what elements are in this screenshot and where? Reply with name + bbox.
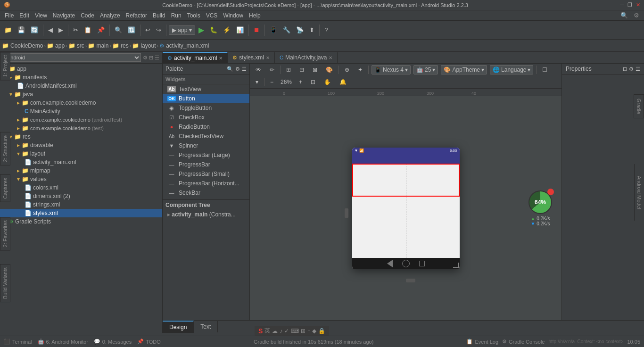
settings-icon[interactable]: ⚙ bbox=[631, 11, 642, 20]
palette-textview[interactable]: Ab TextView bbox=[163, 84, 249, 94]
ime-grid[interactable]: ⊞ bbox=[301, 328, 305, 334]
run-btn[interactable]: ▶ bbox=[196, 24, 206, 36]
ime-cloud[interactable]: ☁ bbox=[272, 328, 278, 334]
palette-button[interactable]: OK Button bbox=[163, 94, 249, 103]
menu-view[interactable]: View bbox=[32, 11, 50, 20]
palette-checkbox[interactable]: ☑ CheckBox bbox=[163, 113, 249, 122]
palette-gear-icon[interactable]: ⚙ bbox=[235, 66, 240, 72]
run-config-dropdown[interactable]: ▶ app ▾ bbox=[169, 25, 195, 35]
close-btn[interactable]: ✕ bbox=[636, 2, 640, 8]
upload-btn[interactable]: ⬆ bbox=[307, 25, 317, 35]
toolbar-sync[interactable]: 💾 bbox=[15, 25, 27, 35]
nav-main[interactable]: 📁 main bbox=[88, 42, 108, 49]
palette-progressbar-horiz[interactable]: — ProgressBar (Horizont... bbox=[163, 179, 249, 188]
menu-vcs[interactable]: VCS bbox=[203, 11, 221, 20]
eye-btn[interactable]: 👁 bbox=[253, 65, 264, 74]
palette-seekbar[interactable]: — SeekBar bbox=[163, 188, 249, 198]
coverage-btn[interactable]: ⚡ bbox=[221, 25, 233, 35]
menu-code[interactable]: Code bbox=[78, 11, 97, 20]
tab-activity-main[interactable]: ⚙ activity_main.xml ✕ bbox=[163, 52, 228, 63]
tree-item-res[interactable]: ▾ 📁 res bbox=[0, 132, 162, 141]
language-dropdown[interactable]: 🌐 Language ▾ bbox=[490, 65, 533, 74]
event-log-status[interactable]: 📋 Event Log bbox=[466, 339, 498, 345]
search-icon[interactable]: 🔍 bbox=[618, 11, 631, 20]
palette-togglebutton[interactable]: ◉ ToggleButton bbox=[163, 103, 249, 113]
help-btn[interactable]: ? bbox=[322, 25, 330, 35]
tab-close-mainactivity[interactable]: ✕ bbox=[329, 55, 332, 60]
device-dropdown[interactable]: 📱 Nexus 4 ▾ bbox=[372, 65, 411, 74]
project-tab[interactable]: 1: Project bbox=[0, 52, 10, 80]
theme-dropdown[interactable]: 🎨 AppTheme ▾ bbox=[441, 65, 487, 74]
orientation-btn[interactable]: ☐ bbox=[539, 65, 550, 74]
avd-btn[interactable]: 📱 bbox=[267, 25, 280, 35]
toolbar-redo[interactable]: ↪ bbox=[154, 25, 164, 35]
zoom-in-btn[interactable]: + bbox=[296, 77, 305, 87]
menu-run[interactable]: Run bbox=[168, 11, 184, 20]
maximize-btn[interactable]: ❐ bbox=[627, 2, 632, 8]
tree-item-mipmap[interactable]: ▸ 📁 mipmap bbox=[0, 166, 162, 175]
menu-analyze[interactable]: Analyze bbox=[97, 11, 123, 20]
minimize-btn[interactable]: ─ bbox=[620, 2, 624, 8]
tab-close-styles[interactable]: ✕ bbox=[266, 55, 270, 60]
collapse-icon[interactable]: ⊟ bbox=[149, 55, 153, 61]
toolbar-back[interactable]: ◀ bbox=[46, 25, 55, 35]
tab-styles[interactable]: ⚙ styles.xml ✕ bbox=[228, 52, 275, 63]
resize-handle-left[interactable] bbox=[345, 208, 348, 218]
tree-item-java[interactable]: ▾ 📁 java bbox=[0, 90, 162, 99]
tree-item-drawable[interactable]: ▸ 📁 drawable bbox=[0, 141, 162, 149]
tab-design[interactable]: Design bbox=[163, 321, 194, 333]
component-activity-main[interactable]: ▸ activity_main (Constra... bbox=[165, 210, 247, 219]
palette-search-icon[interactable]: 🔍 bbox=[227, 66, 233, 72]
menu-help[interactable]: Help bbox=[246, 11, 264, 20]
tree-item-app[interactable]: ▾ 📁 app bbox=[0, 65, 162, 73]
messages-status[interactable]: 💬 0: Messages bbox=[94, 339, 132, 345]
toolbar-undo[interactable]: ↩ bbox=[143, 25, 153, 35]
tab-text[interactable]: Text bbox=[194, 321, 218, 332]
menu-edit[interactable]: Edit bbox=[17, 11, 32, 20]
tree-item-styles[interactable]: 📄 styles.xml bbox=[0, 209, 162, 217]
toolbar-copy[interactable]: 📋 bbox=[82, 25, 94, 35]
design-canvas-wrapper[interactable]: ▼ 📶 6:00 bbox=[250, 96, 561, 320]
pen-btn[interactable]: ✏ bbox=[267, 65, 277, 74]
nav-activity-main[interactable]: ⚙ activity_main.xml bbox=[159, 42, 209, 49]
sdk-btn[interactable]: 🔧 bbox=[281, 25, 293, 35]
stop-btn[interactable]: ⏹ bbox=[251, 25, 262, 35]
nav-src[interactable]: 📁 src bbox=[68, 42, 84, 49]
menu-refactor[interactable]: Refactor bbox=[123, 11, 150, 20]
menu-window[interactable]: Window bbox=[220, 11, 246, 20]
nav-app[interactable]: 📁 app bbox=[47, 42, 65, 49]
tree-item-package[interactable]: ▸ 📁 com.example.cookiedemo bbox=[0, 99, 162, 107]
tree-item-androidmanifest[interactable]: 📄 AndroidManifest.xml bbox=[0, 82, 162, 90]
toolbar-refresh[interactable]: 🔄 bbox=[28, 25, 41, 35]
resize-handle-corner[interactable] bbox=[453, 263, 459, 268]
android-monitor-status[interactable]: 🤖 6: Android Monitor bbox=[38, 339, 88, 345]
tree-item-unit-test[interactable]: ▸ 📁 com.example.cookiedemo (test) bbox=[0, 124, 162, 132]
props-expand-icon[interactable]: ⊡ bbox=[623, 66, 627, 72]
tab-mainactivity[interactable]: C MainActivity.java ✕ bbox=[275, 52, 338, 63]
props-gear-icon[interactable]: ⚙ bbox=[629, 66, 634, 72]
toolbar-forward[interactable]: ▶ bbox=[56, 25, 66, 35]
menu-build[interactable]: Build bbox=[150, 11, 168, 20]
resize-handle-bottom[interactable] bbox=[406, 279, 415, 282]
palette-checkedtextview[interactable]: Ab CheckedTextView bbox=[163, 132, 249, 141]
project-view-dropdown[interactable]: Android bbox=[3, 53, 141, 62]
palette-menu-icon[interactable]: ☰ bbox=[242, 66, 247, 72]
terminal-status[interactable]: ⬛ Terminal bbox=[4, 339, 32, 345]
api-dropdown[interactable]: 🤖 25 ▾ bbox=[413, 65, 438, 74]
magnet-btn[interactable]: ✦ bbox=[355, 65, 365, 74]
config-icon[interactable]: ☰ bbox=[155, 55, 159, 61]
toolbar-project-structure[interactable]: 📁 bbox=[2, 25, 14, 35]
todo-status[interactable]: 📌 TODO bbox=[137, 339, 161, 345]
menu-tools[interactable]: Tools bbox=[184, 11, 203, 20]
ddms-btn[interactable]: 📡 bbox=[294, 25, 306, 35]
tree-item-android-test[interactable]: ▸ 📁 com.example.cookiedemo (androidTest) bbox=[0, 116, 162, 124]
ime-note[interactable]: ♪ bbox=[280, 328, 282, 334]
ime-up[interactable]: ↑ bbox=[307, 328, 310, 334]
nav-layout[interactable]: 📁 layout bbox=[132, 42, 156, 49]
props-menu-icon[interactable]: ☰ bbox=[636, 66, 640, 72]
palette-progressbar-large[interactable]: — ProgressBar (Large) bbox=[163, 150, 249, 160]
tree-item-manifests[interactable]: ▸ 📁 manifests bbox=[0, 73, 162, 82]
tab-close-activity[interactable]: ✕ bbox=[219, 56, 223, 61]
toolbar-cut[interactable]: ✂ bbox=[71, 25, 81, 35]
tree-item-mainactivity[interactable]: C MainActivity bbox=[0, 107, 162, 116]
